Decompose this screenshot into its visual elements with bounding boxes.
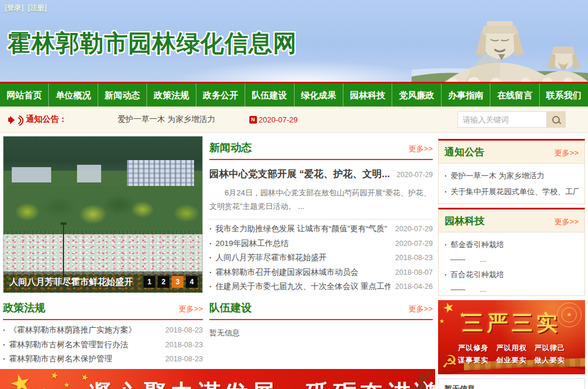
bottom-empty-text: 暂无信息 xyxy=(445,384,475,389)
pager-3-active[interactable]: 3 xyxy=(172,276,183,288)
garden-tech-header: 园林科技 更多>> xyxy=(439,210,584,232)
news-list-item[interactable]: 霍林郭勒市召开创建国家园林城市动员会 2018-08-07 xyxy=(209,265,433,280)
slider-photo-flower-field xyxy=(4,234,202,277)
featured-article-summary: 6月24日，园林中心党支部在敖包山芍药园开展“爱花、护花、文明赏花”主题党日活动… xyxy=(209,186,433,214)
search-box xyxy=(457,111,566,128)
policy-list: 《霍林郭勒市林荫路推广实施方案》 2018-08-23 霍林郭勒市古树名木管理暂… xyxy=(3,323,203,367)
dotted-divider xyxy=(209,219,433,220)
policy-list-item[interactable]: 霍林郭勒市古树名木保护管理 2018-08-23 xyxy=(3,352,203,367)
pager-2[interactable]: 2 xyxy=(158,276,169,288)
notices-box-header: 通知公告 更多>> xyxy=(439,141,584,164)
nav-item-party[interactable]: 党风廉政 xyxy=(392,84,440,107)
three-stricts-banner[interactable]: ★ ★ ★ ★ 三严三实 严以修身 严以用权 严以律己 谋事要实 创业要实 做人… xyxy=(438,300,585,374)
news-item-text: 2019年园林工作总结 xyxy=(209,238,390,249)
search-button[interactable] xyxy=(547,111,566,128)
statue-image xyxy=(412,0,588,82)
news-item-text: 我市全力助推绿色发展 让城市有“颜值”更有“气质” xyxy=(209,224,390,234)
speaker-icon xyxy=(8,115,21,124)
notices-box-list: 爱护一草一木 为家乡增活力 关于集中开展花园式单位、学校、工厂... xyxy=(439,164,584,204)
notice-label: 通知公告： xyxy=(26,114,67,125)
bottom-red-banner[interactable]: ★ ★ ★ ★ ★ 凝心聚力谋发展 砥砺奋进谱新篇 xyxy=(0,369,435,389)
new-badge-icon: N xyxy=(249,116,257,124)
slider-photo-building xyxy=(77,165,101,182)
notices-box-title: 通知公告 xyxy=(445,145,554,159)
tech-list-item-sub: —— ... xyxy=(445,252,579,267)
login-link[interactable]: [登录] xyxy=(5,4,24,12)
star-icon: ★ xyxy=(6,369,35,389)
nav-item-team[interactable]: 队伍建设 xyxy=(245,84,293,107)
news-list-item[interactable]: 2019年园林工作总结 2020-07-29 xyxy=(209,237,433,251)
team-empty-text: 暂无信息 xyxy=(209,328,433,338)
policy-section: 政策法规 更多>> 《霍林郭勒市林荫路推广实施方案》 2018-08-23 霍林… xyxy=(3,301,203,367)
star-icon: ★ xyxy=(80,371,90,383)
slider-pager: 1 2 3 4 xyxy=(143,276,198,288)
news-item-date: 2018-08-23 xyxy=(395,254,433,262)
banner-slogan-partial: 凝心聚力谋发展 砥砺奋进谱新篇 xyxy=(89,377,435,389)
notice-list-item[interactable]: 爱护一草一木 为家乡增活力 xyxy=(445,168,579,184)
policy-item-text: 霍林郭勒市古树名木保护管理 xyxy=(3,354,161,364)
search-icon xyxy=(552,116,560,124)
notice-date: 2020-07-29 xyxy=(259,115,298,124)
photo-slider[interactable]: 人间八月芳菲尽霍市鲜花始盛开 1 2 3 4 xyxy=(3,136,203,293)
news-more-link[interactable]: 更多>> xyxy=(409,144,433,154)
star-icon: ★ xyxy=(64,381,70,389)
policy-item-date: 2018-08-23 xyxy=(165,326,203,334)
header-haze xyxy=(176,61,429,82)
garden-tech-box: 园林科技 更多>> 郁金香引种栽培 —— ... 百合花引种栽培 —— ... xyxy=(438,208,585,296)
notice-marquee-link[interactable]: 爱护一草一木 为家乡增活力 xyxy=(118,114,215,125)
nav-item-home[interactable]: 网站首页 xyxy=(0,84,48,107)
garden-tech-title: 园林科技 xyxy=(445,214,554,228)
nav-item-gov-affairs[interactable]: 政务公开 xyxy=(196,84,245,107)
slider-caption-bar: 人间八月芳菲尽霍市鲜花始盛开 1 2 3 4 xyxy=(4,271,202,292)
news-header: 新闻动态 更多>> xyxy=(209,141,433,160)
notice-list-item[interactable]: 关于集中开展花园式单位、学校、工厂... xyxy=(445,184,579,200)
policy-list-item[interactable]: 霍林郭勒市古树名木管理暂行办法 2018-08-23 xyxy=(3,338,203,353)
banner-line2: 谋事要实 创业要实 做人要实 xyxy=(438,355,585,365)
nav-item-guide[interactable]: 办事指南 xyxy=(441,84,490,107)
star-icon: ★ xyxy=(49,370,59,381)
featured-article-title[interactable]: 园林中心党支部开展 “爱花、护花、文明... xyxy=(209,168,393,181)
policy-header: 政策法规 更多>> xyxy=(3,301,203,320)
slider-photo-building xyxy=(127,160,195,188)
policy-more-link[interactable]: 更多>> xyxy=(179,304,203,314)
register-link[interactable]: [注册] xyxy=(28,4,46,12)
news-list-item[interactable]: 我市全力助推绿色发展 让城市有“颜值”更有“气质” 2020-07-29 xyxy=(209,222,433,237)
tech-list-item[interactable]: 百合花引种栽培 xyxy=(445,267,579,282)
news-item-text: 住建局关于市委七届九次、十次全体会议 重点工作任... xyxy=(209,281,390,292)
banner-title: 三严三实 xyxy=(438,309,585,338)
news-item-date: 2020-07-29 xyxy=(395,225,433,233)
slider-photo-trees xyxy=(4,186,202,233)
news-item-text: 人间八月芳菲尽霍市鲜花始盛开 xyxy=(209,252,390,263)
nav-item-contact[interactable]: 联系我们 xyxy=(539,84,588,107)
policy-title: 政策法规 xyxy=(3,301,179,315)
site-header: [登录] [注册] 霍林郭勒市园林绿化信息网 xyxy=(0,0,588,82)
nav-item-tech[interactable]: 园林科技 xyxy=(343,84,392,107)
policy-item-date: 2018-08-23 xyxy=(165,341,203,349)
policy-item-text: 霍林郭勒市古树名木管理暂行办法 xyxy=(3,340,161,350)
nav-item-greening[interactable]: 绿化成果 xyxy=(294,84,343,107)
featured-article: 园林中心党支部开展 “爱花、护花、文明... 2020-07-29 xyxy=(209,168,433,181)
news-list: 我市全力助推绿色发展 让城市有“颜值”更有“气质” 2020-07-29 201… xyxy=(209,222,433,294)
notices-more-link[interactable]: 更多>> xyxy=(554,148,579,158)
tech-list-item-sub: —— ... xyxy=(445,282,579,296)
slider-caption[interactable]: 人间八月芳菲尽霍市鲜花始盛开 xyxy=(9,277,143,288)
news-list-item[interactable]: 人间八月芳菲尽霍市鲜花始盛开 2018-08-23 xyxy=(209,251,433,265)
news-list-item[interactable]: 住建局关于市委七届九次、十次全体会议 重点工作任... 2018-04-26 xyxy=(209,280,433,294)
nav-item-message[interactable]: 在线留言 xyxy=(490,84,539,107)
notice-bar: 通知公告： 爱护一草一木 为家乡增活力 N 2020-07-29 xyxy=(0,107,588,133)
news-item-date: 2020-07-29 xyxy=(395,240,433,248)
site-title: 霍林郭勒市园林绿化信息网 xyxy=(8,27,297,59)
pager-4[interactable]: 4 xyxy=(186,276,198,288)
policy-item-date: 2018-08-23 xyxy=(165,355,203,363)
policy-list-item[interactable]: 《霍林郭勒市林荫路推广实施方案》 2018-08-23 xyxy=(3,323,203,338)
nav-item-about[interactable]: 单位概况 xyxy=(48,84,97,107)
nav-item-news[interactable]: 新闻动态 xyxy=(98,84,146,107)
garden-tech-more-link[interactable]: 更多>> xyxy=(554,217,579,227)
tech-list-item[interactable]: 郁金香引种栽培 xyxy=(445,237,579,252)
notices-box: 通知公告 更多>> 爱护一草一木 为家乡增活力 关于集中开展花园式单位、学校、工… xyxy=(438,139,585,204)
team-more-link[interactable]: 更多>> xyxy=(409,304,433,314)
search-input[interactable] xyxy=(457,111,547,128)
pager-1[interactable]: 1 xyxy=(143,276,155,288)
bottom-empty-box: 暂无信息 xyxy=(438,378,585,389)
nav-item-policy[interactable]: 政策法规 xyxy=(146,84,195,107)
